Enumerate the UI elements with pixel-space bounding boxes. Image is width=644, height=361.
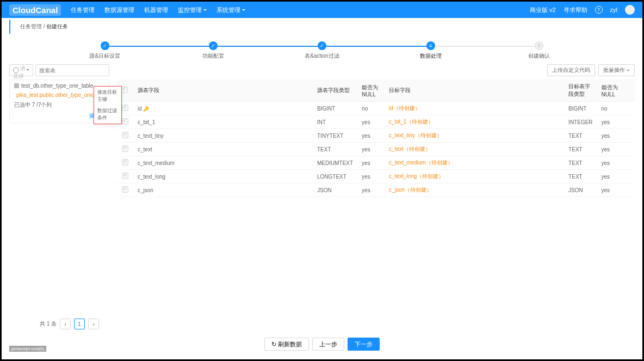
cell-tgt-null: yes	[597, 156, 635, 170]
database-icon	[14, 83, 19, 88]
row-checkbox[interactable]	[122, 173, 128, 179]
page-next[interactable]: ›	[88, 319, 99, 329]
cell-tgt-type: TEXT	[564, 129, 597, 143]
cell-src-field: id🔑	[133, 102, 313, 115]
cell-tgt-null: yes	[597, 170, 635, 183]
cell-tgt-field: c_text_medium（待创建）	[385, 156, 564, 170]
page-prev[interactable]: ‹	[60, 319, 71, 329]
refresh-icon: ↻	[271, 341, 276, 348]
cell-tgt-type: INTEGER	[564, 115, 597, 129]
cell-tgt-type: TEXT	[564, 156, 597, 170]
step-5-label: 创建确认	[485, 52, 593, 60]
nav-monitor[interactable]: 监控管理	[178, 6, 207, 14]
col-tgt-null: 能否为NULL	[597, 79, 635, 102]
next-step-button[interactable]: 下一步	[348, 338, 380, 351]
step-3-label: 表&action过滤	[268, 52, 376, 60]
batch-ops-button[interactable]: 批量操作	[598, 64, 635, 76]
cell-tgt-null: yes	[597, 183, 635, 197]
prev-step-button[interactable]: 上一步	[312, 338, 344, 351]
step-4-label: 数据处理	[376, 52, 485, 60]
cell-src-type: JSON	[313, 183, 357, 197]
user-name[interactable]: zyl	[610, 7, 617, 13]
ops-dropdown: 修改目标主键 数据过滤条件	[94, 86, 122, 124]
step-1-dot	[101, 41, 109, 50]
table-row: c_json JSON yes c_json（待创建） JSON yes	[117, 183, 635, 197]
refresh-button[interactable]: ↻刷新数据	[264, 338, 309, 351]
cell-tgt-null: yes	[597, 129, 635, 143]
help-icon[interactable]: ?	[595, 6, 603, 14]
page-total: 共 1 条	[40, 320, 57, 328]
cell-tgt-field: c_text_long（待创建）	[385, 170, 564, 183]
dropdown-filter-condition[interactable]: 数据过滤条件	[94, 105, 121, 124]
cell-src-field: c_text_tiny	[133, 129, 313, 143]
cell-src-field: c_bit_1	[133, 115, 313, 129]
cell-src-field: c_text	[133, 143, 313, 156]
dropdown-modify-pk[interactable]: 修改目标主键	[94, 87, 121, 105]
nav-task[interactable]: 任务管理	[71, 6, 95, 14]
row-checkbox[interactable]	[122, 186, 128, 193]
cell-tgt-null: yes	[597, 143, 635, 156]
nav-machine[interactable]: 机器管理	[144, 6, 168, 14]
watermark: javascript:void(0)	[9, 346, 46, 352]
table-row: id🔑 BIGINT no id（待创建） BIGINT no	[117, 102, 635, 115]
table-row: c_text TEXT yes c_text（待创建） TEXT yes	[117, 143, 635, 156]
cell-tgt-type: JSON	[564, 183, 597, 197]
step-2-dot	[209, 41, 218, 50]
table-row: c_text_tiny TINYTEXT yes c_text_tiny（待创建…	[117, 129, 635, 143]
filter-select[interactable]: 请选择	[9, 64, 33, 76]
table-row: c_bit_1 INT yes c_bit_1（待创建） INTEGER yes	[117, 115, 635, 129]
key-icon: 🔑	[143, 106, 149, 112]
cell-tgt-null: no	[597, 102, 635, 115]
select-all-checkbox[interactable]	[121, 87, 128, 93]
nav-datasource[interactable]: 数据源管理	[104, 6, 134, 14]
col-tgt-field: 目标字段	[385, 79, 564, 102]
cell-src-type: TINYTEXT	[313, 129, 357, 143]
cell-src-null: yes	[357, 129, 385, 143]
cell-tgt-field: c_bit_1（待创建）	[385, 115, 564, 129]
row-checkbox[interactable]	[122, 145, 128, 152]
breadcrumb-parent[interactable]: 任务管理	[20, 23, 42, 29]
step-3-dot	[318, 41, 326, 50]
cell-src-null: yes	[357, 170, 385, 183]
avatar[interactable]	[625, 5, 635, 15]
row-checkbox[interactable]	[122, 159, 128, 166]
table-row: c_text_medium MEDIUMTEXT yes c_text_medi…	[117, 156, 635, 170]
cell-tgt-field: id（待创建）	[385, 102, 564, 115]
cell-src-field: c_text_medium	[133, 156, 313, 170]
step-1-label: 源&目标设置	[51, 52, 159, 60]
cell-tgt-field: c_text（待创建）	[385, 143, 564, 156]
row-checkbox[interactable]	[122, 105, 128, 111]
row-checkbox[interactable]	[122, 132, 128, 138]
version-label: 商业版 v2	[530, 6, 556, 14]
step-4-dot: 4	[426, 41, 435, 50]
row-checkbox[interactable]	[122, 118, 128, 125]
nav-system[interactable]: 系统管理	[216, 6, 245, 14]
breadcrumb: 任务管理 / 创建任务	[9, 20, 642, 34]
help-link[interactable]: 寻求帮助	[564, 6, 587, 14]
cell-src-null: no	[357, 102, 385, 115]
cell-tgt-null: yes	[597, 115, 635, 129]
cell-tgt-type: TEXT	[564, 170, 597, 183]
cell-tgt-type: TEXT	[564, 143, 597, 156]
step-5-dot: 5	[535, 41, 543, 50]
col-src-field: 源表字段	[133, 79, 313, 102]
cell-src-null: yes	[357, 115, 385, 129]
chevron-down-icon	[203, 9, 207, 13]
cell-tgt-type: BIGINT	[564, 102, 597, 115]
cell-tgt-field: c_text_tiny（待创建）	[385, 129, 564, 143]
col-src-null: 能否为NULL	[357, 79, 385, 102]
search-input[interactable]	[35, 64, 109, 76]
col-src-type: 源表字段类型	[313, 79, 357, 102]
table-row: c_text_long LONGTEXT yes c_text_long（待创建…	[117, 170, 635, 183]
cell-src-null: yes	[357, 183, 385, 197]
cell-src-field: c_json	[133, 183, 313, 197]
col-tgt-type: 目标表字段类型	[564, 79, 597, 102]
cell-tgt-field: c_json（待创建）	[385, 183, 564, 197]
cell-src-type: LONGTEXT	[313, 170, 357, 183]
page-1[interactable]: 1	[74, 319, 85, 329]
cell-src-type: TEXT	[313, 143, 357, 156]
cell-src-null: yes	[357, 156, 385, 170]
chevron-down-icon	[242, 9, 245, 13]
cell-src-type: INT	[313, 115, 357, 129]
upload-code-button[interactable]: 上传自定义代码	[547, 64, 595, 76]
